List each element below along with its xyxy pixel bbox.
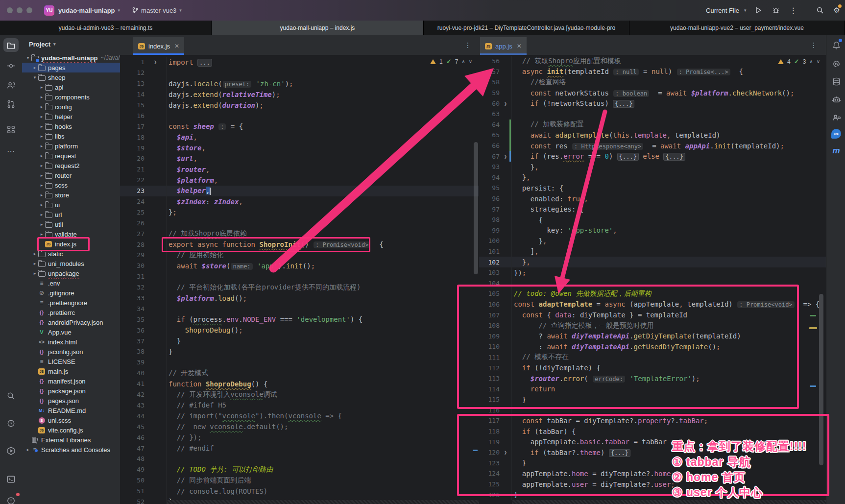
tree-chevron-icon[interactable]: ▸ [39, 212, 45, 217]
tree-item-pages-json[interactable]: {}pages.json [22, 396, 120, 406]
code-line[interactable]: 40// 开发模式 [120, 368, 479, 379]
copilot-robot-icon[interactable] [830, 94, 842, 105]
code-line[interactable]: 16 [120, 110, 479, 121]
code-line[interactable]: 125 appTemplate.user = diyTemplate?.user… [479, 479, 826, 490]
stripe-change-mark[interactable] [473, 450, 478, 451]
code-line[interactable]: 109 ? await diyTemplateApi.getDiyTemplat… [479, 331, 826, 341]
code-line[interactable]: 46 // }); [120, 432, 479, 443]
ai-assistant-icon[interactable] [830, 58, 842, 70]
tree-chevron-icon[interactable]: ▸ [32, 251, 38, 256]
code-line[interactable]: 66 const res : HttpResponse<any> = await… [479, 141, 826, 151]
window-tab[interactable]: ruoyi-vue-pro-jdk21 – DiyTemplateControl… [424, 21, 629, 35]
more-actions-kebab[interactable]: ⋮ [790, 6, 797, 15]
code-line[interactable]: 57 async init(templateId : null = null) … [479, 67, 826, 77]
tree-chevron-icon[interactable]: ▸ [39, 222, 45, 227]
code-line[interactable]: 98 { [479, 215, 826, 225]
horizontal-scrollbar[interactable] [512, 500, 826, 504]
code-line[interactable]: 126} [479, 489, 826, 500]
code-line[interactable]: 41function ShoproDebug() { [120, 379, 479, 389]
tree-chevron-icon[interactable]: ▸ [32, 271, 38, 276]
project-folder-icon[interactable] [3, 38, 19, 52]
code-line[interactable]: 56 // 获取Shopro应用配置和模板 [479, 56, 826, 67]
fold-marker-icon[interactable]: ❯ [500, 98, 512, 109]
code-line[interactable]: 108 // 查询指定模板，一般是预览时使用 [479, 320, 826, 331]
code-line[interactable]: 21 $router, [120, 164, 479, 175]
code-line[interactable]: 60❯ if (!networkStatus) {...} [479, 98, 826, 109]
code-line[interactable]: 103}); [479, 267, 826, 278]
problems-icon[interactable] [3, 494, 19, 504]
tree-chevron-icon[interactable]: ▸ [39, 202, 45, 207]
code-line[interactable]: 13dayjs.locale(preset: 'zh-cn'); [120, 78, 479, 89]
tree-item-helper[interactable]: ▸helper [22, 112, 120, 121]
code-line[interactable]: 15dayjs.extend(duration); [120, 100, 479, 111]
close-window-icon[interactable] [7, 7, 13, 13]
tree-item-readme-md[interactable]: M↓README.md [22, 406, 120, 415]
code-line[interactable]: 26 [120, 217, 479, 228]
stripe-change-mark[interactable] [810, 385, 816, 387]
tree-item-static[interactable]: ▸static [22, 249, 120, 259]
tree-item-main-js[interactable]: JSmain.js [22, 366, 120, 376]
tab-options-kebab[interactable]: ⋮ [810, 41, 817, 49]
prev-problem-icon[interactable]: ∧ [461, 59, 465, 64]
tree-item-hooks[interactable]: ▸hooks [22, 121, 120, 131]
window-tab[interactable]: yudao-ui-admin-vue3 – remaining.ts [0, 21, 212, 35]
tree-item-libs[interactable]: ▸libs [22, 131, 120, 141]
search-icon[interactable] [3, 389, 19, 403]
terminal-icon[interactable] [3, 472, 19, 486]
code-line[interactable]: 37 } [120, 336, 479, 346]
code-line[interactable]: 19 $store, [120, 143, 479, 153]
tree-item-util[interactable]: ▸util [22, 219, 120, 229]
tree-chevron-icon[interactable]: ▾ [32, 75, 38, 80]
window-controls[interactable] [7, 7, 32, 13]
code-line[interactable]: 118 if (tabBar) { [479, 426, 826, 437]
branch-selector[interactable]: master-vue3 ▾ [132, 7, 185, 14]
tree-item-router[interactable]: ▸router [22, 170, 120, 180]
code-line[interactable]: 104 [479, 278, 826, 288]
code-line[interactable]: 67❯ if (res.error === 0) {...} else {...… [479, 151, 826, 162]
code-line[interactable]: 44 // import("vconsole").then(vconsole =… [120, 410, 479, 421]
code-line[interactable]: 114 return [479, 384, 826, 394]
run-configuration-selector[interactable]: Current File [706, 7, 739, 14]
code-line[interactable]: 42 // 开发环境引入vconsole调试 [120, 389, 479, 400]
close-icon[interactable]: ✕ [517, 43, 522, 49]
search-everywhere-icon[interactable] [816, 6, 824, 14]
minimize-window-icon[interactable] [17, 7, 23, 13]
tree-item--prettierignore[interactable]: ≡.prettierignore [22, 298, 120, 308]
code-line[interactable]: 20 $url, [120, 153, 479, 164]
code-line[interactable]: 94 }, [479, 172, 826, 183]
fold-marker-icon[interactable]: ❯ [500, 151, 512, 162]
tree-item-platform[interactable]: ▸platform [22, 141, 120, 151]
code-line[interactable]: 102 }, [479, 257, 826, 267]
code-line[interactable]: 115 } [479, 394, 826, 405]
tree-item-jsconfig-json[interactable]: {}jsconfig.json [22, 347, 120, 357]
tree-item-package-json[interactable]: {}package.json [22, 386, 120, 396]
tree-item-index-js[interactable]: JSindex.js [22, 239, 120, 249]
code-line[interactable]: 107 const { data: diyTemplate } = templa… [479, 310, 826, 320]
tree-item-url[interactable]: ▸url [22, 210, 120, 219]
code-line[interactable]: 97 strategies: [ [479, 204, 826, 215]
code-line[interactable]: 51 // console.log(ROUTES) [120, 486, 479, 497]
code-area-app-js[interactable]: 56 // 获取Shopro应用配置和模板57 async init(templ… [479, 56, 826, 500]
code-line[interactable]: 32 // 平台初始化加载(各平台provider提供不同的加载流程) [120, 282, 479, 293]
code-line[interactable]: 39 [120, 357, 479, 368]
code-line[interactable]: 95 persist: { [479, 183, 826, 193]
code-line[interactable]: 29 // 应用初始化 [120, 250, 479, 261]
fold-marker-icon[interactable]: ❯ [145, 57, 167, 68]
code-line[interactable]: 50 // 同步前端页面到后端 [120, 475, 479, 486]
tree-chevron-icon[interactable]: ▸ [39, 85, 45, 90]
tree-chevron-icon[interactable]: ▸ [39, 124, 45, 129]
tree-item-uni-scss[interactable]: Suni.scss [22, 415, 120, 425]
code-line[interactable]: 22 $platform, [120, 175, 479, 186]
tree-item-api[interactable]: ▸api [22, 82, 120, 92]
tree-item-pages[interactable]: ▸pages [22, 63, 120, 72]
tree-item-scratches-and-consoles[interactable]: ▸≡Scratches and Consoles [22, 445, 120, 455]
horizontal-scrollbar[interactable] [167, 500, 479, 504]
scrollbar-thumb[interactable] [474, 142, 478, 274]
tree-item-components[interactable]: ▸components [22, 92, 120, 102]
tree-chevron-icon[interactable]: ▸ [39, 114, 45, 119]
tab-options-kebab[interactable]: ⋮ [464, 41, 471, 49]
code-line[interactable]: 18 $api, [120, 132, 479, 143]
tree-item--gitignore[interactable]: ⊘.gitignore [22, 288, 120, 298]
tree-chevron-icon[interactable]: ▸ [39, 232, 45, 237]
code-line[interactable]: 99 key: 'app-store', [479, 225, 826, 236]
